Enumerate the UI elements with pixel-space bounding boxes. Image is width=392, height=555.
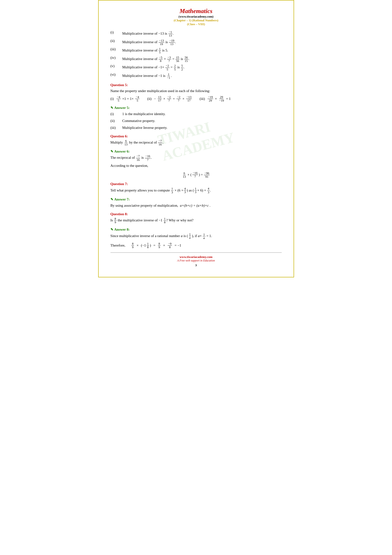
page-header: Mathematics (www.tiwariacademy.com) (Cha… [111,7,282,26]
answer5-label: ✎ Answer 5: [111,106,282,110]
chapter-label: (Chapter – 1) (Rational Numbers) [111,19,282,22]
frac-neg16-7b: −167 [192,171,198,178]
q5-ii-times: × [163,97,165,101]
page-footer: www.tiwariacademy.com A Free web support… [111,255,282,263]
frac-56-15: 5615 [184,56,188,63]
list-label-iii: (iii) [111,47,122,51]
list-item: (i) Multiplicative inverse of −13 is −11… [111,30,282,37]
frac-8-9b: 89 [131,242,134,249]
question6-body: Multiply 613 by the reciprocal of −716. [111,139,282,146]
frac-neg19-13: −1913 [169,39,175,46]
frac-neg2-7a: −27 [167,95,171,102]
frac-6-13: 613 [124,139,128,146]
q5-part-ii-label: (ii) [145,97,151,101]
frac-neg4-5: −45 [116,95,121,102]
answer5-label-text: Answer 5: [114,106,130,110]
question7-body: Tell what property allows you to compute… [111,187,282,194]
list-item: (ii) Multiplicative inverse of −1319 is … [111,39,282,46]
list-label-v: (v) [111,64,122,68]
ans-list-item-i: (i) 1 is the multiplicative identity. [111,111,282,117]
answer7-formula: a×(b×c) = (a×b)×c . [179,204,211,207]
list-content-i: Multiplicative inverse of −13 is −113. [122,30,282,37]
answer5-body: (i) 1 is the multiplicative identity. (i… [111,111,282,131]
answer6-section: ✎ Answer 6: The reciprocal of −716 is −1… [111,149,282,178]
frac-1-3b: 13 [194,187,197,194]
q5-i-mid: ×1 = 1× [122,97,134,101]
ans-list-item-ii: (ii) Commutative property. [111,118,282,124]
list-label-i: (i) [111,30,122,34]
page-divider [111,252,282,253]
frac-15-56: 1556 [176,56,179,63]
frac-1-neg1: 1−1 [166,73,171,80]
q5-iii-times: × [215,97,217,101]
answer7-body: By using associative property of multipl… [111,202,282,209]
frac-neg13-19: −1319 [159,39,164,46]
frac-neg2-5: −25 [165,64,170,71]
frac-8-9c: 89 [158,242,161,249]
therefore-label: Therefore, [111,242,129,249]
q5-part-iii-label: (iii) [198,97,205,101]
frac-29-neg19: 29−19 [219,95,224,102]
frac-2-5: 25 [174,64,176,71]
answer6-calc: 613 × ( −167 ) = −9691 [111,171,282,179]
frac-neg19-29: −1929 [207,95,213,102]
list-content-iv: Multiplicative inverse of −58 × −37 = 15… [122,56,282,63]
frac-4-3a: 43 [184,187,186,194]
frac-1-3: 13 [171,187,174,194]
question8-body: Is 89 the multiplicative inverse of −1 1… [111,217,282,224]
list-item: (vi) Multiplicative inverse of −1 is 1−1… [111,73,282,80]
question7-label: Question 7: [111,182,282,186]
list-content-v: Multiplicative inverse of −1× −25 = 25 i… [122,64,282,71]
frac-1-8-mixed: 18 [164,217,166,224]
page-title: Mathematics [111,7,282,15]
answer6-body: The reciprocal of −716 is −167. Accordin… [111,154,282,178]
frac-neg16-7: −167 [145,154,150,161]
pencil-icon: ✎ [111,106,113,110]
list-item: (iii) Multiplicative inverse of 15 is 5. [111,47,282,54]
q5-ii-eq: = [173,97,175,101]
ans-text-ii: Commutative property. [122,118,155,124]
mixed-number: (−1 18 ) [141,242,151,249]
frac-neg13-17: −1317 [186,95,192,102]
answer6-label-text: Answer 6: [114,149,130,153]
frac-neg96-91: −9691 [204,172,210,179]
frac-neg9-8: −98 [168,242,172,249]
question8-section: Question 8: Is 89 the multiplicative inv… [111,212,282,224]
list-label-vi: (vi) [111,73,122,77]
list-content-ii: Multiplicative inverse of −1319 is −1913… [122,39,282,46]
q5-iii-eq1: = 1 [226,97,231,101]
frac-13-17: 1317 [158,95,162,102]
question5-label: Question 5: [111,83,282,87]
answer6-label: ✎ Answer 6: [111,149,282,153]
question6-section: Question 6: Multiply 613 by the reciproc… [111,134,282,146]
times-sign2: × [163,242,165,249]
frac-neg2-7b: −27 [176,95,181,102]
class-label: (Class – VIII) [111,22,282,26]
answer5-section: ✎ Answer 5: (i) 1 is the multiplicative … [111,106,282,131]
ans-text-iii: Multiplicative Inverse property. [122,124,167,131]
answer7-label-text: Answer 7: [114,197,130,201]
answer8-body: Since multiplicative inverse of a ration… [111,233,282,249]
question6-label: Question 6: [111,134,282,138]
pencil-icon-8: ✎ [111,227,113,232]
list-content-iii: Multiplicative inverse of 15 is 5. [122,47,282,54]
frac-6-13b: 613 [182,172,186,179]
q5-part-i-label: (i) [111,97,114,101]
frac-5-2: 52 [181,64,184,71]
pencil-icon-6: ✎ [111,149,113,153]
answer6-line1: The reciprocal of −716 is −167. [111,154,282,161]
multiplicative-inverse-section: (i) Multiplicative inverse of −13 is −11… [111,30,282,80]
ans-text-i: 1 is the multiplicative identity. [122,111,166,117]
footer-tagline: A Free web support in Education [111,259,282,263]
question7-section: Question 7: Tell what property allows yo… [111,182,282,194]
answer7-section: ✎ Answer 7: By using associative propert… [111,197,282,209]
frac-1-a: 1a [189,233,191,240]
frac-1-a2: 1a [203,233,205,240]
frac-neg5-8: −58 [159,56,163,63]
frac-neg1-13: −113 [168,30,173,37]
frac-4-3b: 43 [207,187,210,194]
ans-label-i: (i) [111,111,122,117]
answer7-label: ✎ Answer 7: [111,197,282,201]
times-sign: × [137,242,138,249]
website-label: (www.tiwariacademy.com) [111,15,282,19]
